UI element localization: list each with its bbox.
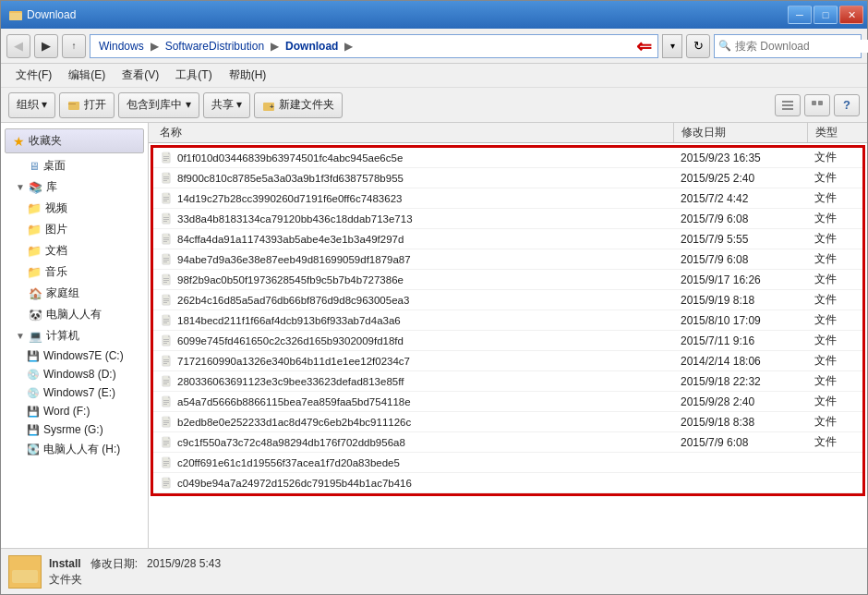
search-input[interactable] <box>735 40 868 53</box>
bc-download[interactable]: Download <box>283 39 341 54</box>
svg-rect-56 <box>163 321 169 322</box>
table-row[interactable]: 6099e745fd461650c2c326d165b9302009fd18fd… <box>153 331 862 351</box>
svg-rect-86 <box>163 443 169 443</box>
library-icon: 📚 <box>29 181 42 194</box>
table-row[interactable]: 84cffa4da91a1174393ab5abe4e3e1b3a49f297d… <box>153 229 862 249</box>
up-button[interactable]: ↑ <box>62 34 86 58</box>
open-button[interactable]: 打开 <box>59 92 115 118</box>
forward-button[interactable]: ▶ <box>34 34 58 58</box>
sidebar-item-drive-c[interactable]: 💾 Windows7E (C:) <box>1 346 148 365</box>
picture-icon: 📁 <box>27 223 42 237</box>
table-row[interactable]: b2edb8e0e252233d1ac8d479c6eb2b4bc911126c… <box>153 412 862 432</box>
table-row[interactable]: 280336063691123e3c9bee33623defad813e85ff… <box>153 371 862 392</box>
svg-rect-61 <box>163 341 169 342</box>
table-row[interactable]: 14d19c27b28cc3990260d7191f6e0ff6c7483623… <box>153 188 862 209</box>
sidebar-favorites[interactable]: ★ 收藏夹 <box>5 128 144 153</box>
table-row[interactable]: 33d8a4b8183134ca79120bb436c18ddab713e713… <box>153 209 862 229</box>
svg-rect-90 <box>163 461 169 462</box>
file-name-cell: 0f1f010d03446839b63974501fc4abc945ae6c5e <box>153 150 673 166</box>
file-type-cell: 文件 <box>807 290 862 310</box>
file-doc-icon <box>161 233 174 246</box>
svg-rect-30 <box>163 217 169 218</box>
table-row[interactable]: 0f1f010d03446839b63974501fc4abc945ae6c5e… <box>153 148 862 168</box>
sidebar-item-panda[interactable]: 🐼 电脑人人有 <box>1 304 148 325</box>
sidebar-item-drive-e[interactable]: 💿 Windows7 (E:) <box>1 383 148 402</box>
table-row[interactable]: 98f2b9ac0b50f1973628545fb9c5b7b4b727386e… <box>153 270 862 290</box>
table-row[interactable]: c9c1f550a73c72c48a98294db176f702ddb956a8… <box>153 432 862 453</box>
file-date-cell <box>673 461 807 465</box>
sidebar-item-drive-d[interactable]: 💿 Windows8 (D:) <box>1 365 148 383</box>
close-button[interactable]: ✕ <box>839 6 863 24</box>
status-folder-icon <box>8 555 42 589</box>
menu-tools[interactable]: 工具(T) <box>168 66 219 85</box>
file-name-cell: 98f2b9ac0b50f1973628545fb9c5b7b4b727386e <box>153 272 673 288</box>
sidebar-item-video[interactable]: 📁 视频 <box>1 198 148 219</box>
sidebar-item-library[interactable]: ▼ 📚 库 <box>1 176 148 198</box>
file-doc-icon <box>161 395 174 408</box>
svg-rect-17 <box>163 160 167 161</box>
file-name-cell: 94abe7d9a36e38e87eeb49d81699059df1879a87 <box>153 251 673 268</box>
sidebar-section-main: 🖥 桌面 ▼ 📚 库 📁 视频 📁 图片 📁 <box>1 155 148 460</box>
svg-rect-4 <box>68 103 76 104</box>
filelist-header: 名称 修改日期 类型 <box>149 123 867 143</box>
svg-rect-100 <box>12 570 38 583</box>
bc-windows[interactable]: Windows <box>96 39 147 54</box>
file-date-cell: 2015/9/28 2:40 <box>673 394 807 410</box>
svg-rect-35 <box>163 237 169 238</box>
maximize-button[interactable]: □ <box>814 6 838 24</box>
sidebar: ★ 收藏夹 🖥 桌面 ▼ 📚 库 📁 视频 <box>1 123 149 548</box>
sidebar-item-homegroup[interactable]: 🏠 家庭组 <box>1 283 148 304</box>
file-doc-icon <box>161 192 174 205</box>
table-row[interactable]: 94abe7d9a36e38e87eeb49d81699059df1879a87… <box>153 249 862 270</box>
menu-edit[interactable]: 编辑(E) <box>61 66 113 85</box>
table-row[interactable]: a54a7d5666b8866115bea7ea859faa5bd754118e… <box>153 392 862 412</box>
menu-view[interactable]: 查看(V) <box>115 66 166 85</box>
file-date-cell: 2015/7/11 9:16 <box>673 333 807 349</box>
menu-file[interactable]: 文件(F) <box>8 66 59 85</box>
sidebar-item-computer[interactable]: ▼ 💻 计算机 <box>1 325 148 346</box>
col-name-header[interactable]: 名称 <box>152 123 674 142</box>
col-type-header[interactable]: 类型 <box>808 123 863 142</box>
sidebar-item-music[interactable]: 📁 音乐 <box>1 261 148 283</box>
svg-rect-31 <box>163 219 169 220</box>
organize-button[interactable]: 组织 ▾ <box>8 92 55 118</box>
svg-rect-32 <box>163 221 167 222</box>
include-library-button[interactable]: 包含到库中 ▾ <box>118 92 199 118</box>
file-name: 262b4c16d85a5ad76db66bf876d9d8c963005ea3 <box>177 295 409 306</box>
view-icon-button[interactable] <box>804 94 830 116</box>
share-button[interactable]: 共享 ▾ <box>203 92 250 118</box>
view-details-button[interactable] <box>775 94 801 116</box>
table-row[interactable]: 262b4c16d85a5ad76db66bf876d9d8c963005ea3… <box>153 290 862 310</box>
sidebar-item-drive-f[interactable]: 💾 Word (F:) <box>1 402 148 420</box>
new-folder-button[interactable]: + 新建文件夹 <box>254 92 343 118</box>
sidebar-item-document[interactable]: 📁 文档 <box>1 240 148 261</box>
file-name: 6099e745fd461650c2c326d165b9302009fd18fd <box>177 335 404 346</box>
sidebar-item-drive-g[interactable]: 💾 Sysrme (G:) <box>1 420 148 439</box>
bc-softwaredistribution[interactable]: SoftwareDistribution <box>163 39 267 54</box>
address-field[interactable]: Windows ▶ SoftwareDistribution ▶ Downloa… <box>90 34 658 58</box>
help-button[interactable]: ? <box>834 94 860 116</box>
address-dropdown[interactable]: ▾ <box>662 34 682 58</box>
col-date-header[interactable]: 修改日期 <box>674 123 808 142</box>
table-row[interactable]: 7172160990a1326e340b64b11d1e1ee12f0234c7… <box>153 351 862 371</box>
statusbar: Install 修改日期: 2015/9/28 5:43 文件夹 <box>1 548 867 594</box>
table-row[interactable]: 1814becd211f1f66af4dcb913b6f933ab7d4a3a6… <box>153 310 862 331</box>
table-row[interactable]: 8f900c810c8785e5a3a03a9b1f3fd6387578b955… <box>153 168 862 188</box>
menu-help[interactable]: 帮助(H) <box>222 66 274 85</box>
svg-rect-46 <box>163 280 169 281</box>
table-row[interactable]: c049be94a7a24972d1526dc79195b44b1ac7b416 <box>153 473 862 493</box>
back-button[interactable]: ◀ <box>6 34 30 58</box>
filelist-scroll[interactable]: 0f1f010d03446839b63974501fc4abc945ae6c5e… <box>149 143 867 548</box>
sidebar-item-picture[interactable]: 📁 图片 <box>1 219 148 240</box>
desktop-icon: 🖥 <box>29 160 40 173</box>
sidebar-item-drive-h[interactable]: 💽 电脑人人有 (H:) <box>1 439 148 460</box>
table-row[interactable]: c20ff691e61c1d19556f37acea1f7d20a83bede5 <box>153 453 862 473</box>
search-box[interactable]: 🔍 <box>714 34 862 58</box>
sidebar-item-desktop[interactable]: 🖥 桌面 <box>1 155 148 176</box>
bc-sep-2: ▶ <box>271 40 279 53</box>
file-name: 7172160990a1326e340b64b11d1e1ee12f0234c7 <box>177 356 410 367</box>
svg-rect-91 <box>163 463 169 464</box>
refresh-button[interactable]: ↻ <box>686 34 710 58</box>
svg-rect-41 <box>163 260 169 261</box>
minimize-button[interactable]: ─ <box>788 6 812 24</box>
